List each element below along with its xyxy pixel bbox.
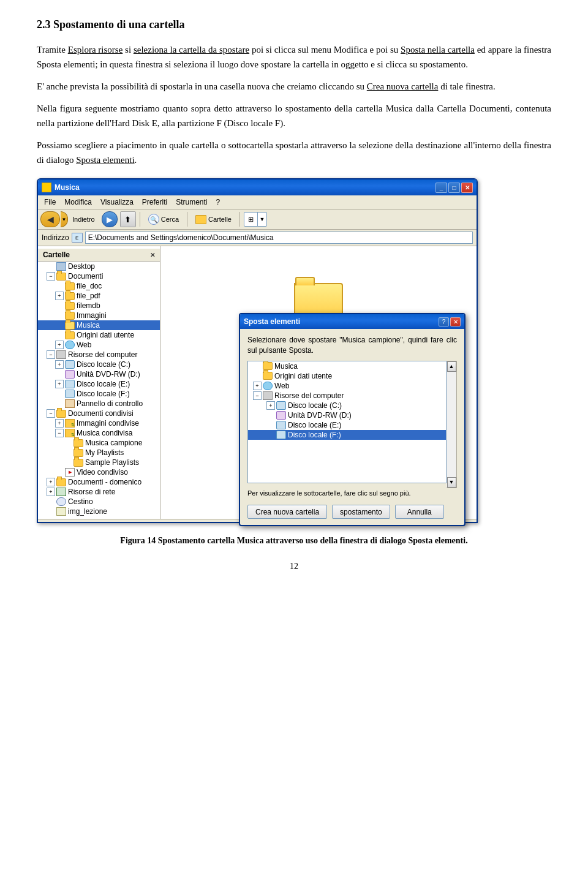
folder-icon-filedoc [65, 282, 75, 290]
up-button[interactable]: ⬆ [120, 211, 136, 227]
globe-icon-web [65, 341, 75, 349]
tree-item-disco-c[interactable]: + Disco locale (C:) [38, 360, 160, 369]
tree-item-risorse-computer[interactable]: − Risorse del computer [38, 350, 160, 360]
folder-open-icon-documenti [56, 273, 66, 281]
scroll-down-button[interactable]: ▼ [447, 477, 456, 488]
tree-expand[interactable]: + [253, 382, 262, 390]
tree-expand-documenti[interactable]: − [47, 272, 55, 281]
move-button[interactable]: spostamento [332, 505, 390, 519]
folders-button[interactable]: Cartelle [191, 213, 236, 226]
tree-item-video-condiviso[interactable]: ▶ Video condiviso [38, 467, 160, 477]
tree-item-pannello[interactable]: Pannello di controllo [38, 399, 160, 409]
dialog-tree-dvd-d[interactable]: Unità DVD-RW (D:) [248, 410, 446, 420]
dialog-tree-web[interactable]: + Web [248, 381, 446, 391]
tree-expand-imm-cond[interactable]: + [55, 419, 64, 428]
tree-item-dvd-d[interactable]: Unità DVD-RW (D:) [38, 369, 160, 379]
maximize-button[interactable]: □ [448, 183, 460, 193]
menu-visualizza[interactable]: Visualizza [97, 197, 137, 208]
tree-item-filemdb[interactable]: filemdb [38, 301, 160, 311]
tree-item-web[interactable]: + Web [38, 340, 160, 350]
tree-item-risorse-rete[interactable]: + Risorse di rete [38, 487, 160, 497]
dialog-tree-label: Disco locale (C:) [288, 401, 342, 410]
tree-label-musica-condivisa: Musica condivisa [77, 429, 132, 437]
dialog-tree[interactable]: Musica Origini dati utente + Web − [247, 361, 447, 483]
dialog-tree-label: Disco locale (E:) [288, 421, 341, 429]
menu-preferiti[interactable]: Preferiti [138, 197, 171, 208]
dialog-description: Selezionare dove spostare "Musica campio… [247, 335, 457, 356]
tree-item-documenti-condivisi[interactable]: − Documenti condivisi [38, 409, 160, 418]
view-dropdown[interactable]: ▼ [258, 213, 266, 226]
view-icons-button[interactable]: ⊞ [244, 213, 258, 226]
disk-icon [276, 431, 286, 439]
tree-label-disco-f: Disco locale (F:) [77, 390, 130, 398]
menu-file[interactable]: File [40, 197, 59, 208]
tree-expand-condivisi[interactable]: − [47, 409, 55, 418]
menu-strumenti[interactable]: Strumenti [172, 197, 211, 208]
close-button[interactable]: ✕ [461, 183, 473, 193]
dialog-tree-disco-e[interactable]: Disco locale (E:) [248, 420, 446, 430]
tree-item-img-lezione[interactable]: img_lezione [38, 507, 160, 516]
dialog-tree-musica[interactable]: Musica [248, 361, 446, 371]
forward-button[interactable]: ▶ [102, 211, 118, 227]
tree-item-cestino[interactable]: Cestino [38, 497, 160, 507]
tree-item-disco-f[interactable]: Disco locale (F:) [38, 389, 160, 399]
dialog-scrollbar: ▲ ▼ [447, 361, 457, 488]
tree-expand[interactable]: + [266, 401, 275, 410]
paragraph-4: Possiamo scegliere a piacimento in quale… [37, 138, 551, 167]
tree-item-disco-e[interactable]: + Disco locale (E:) [38, 379, 160, 389]
tree-item-file-doc[interactable]: file_doc [38, 281, 160, 291]
menu-modifica[interactable]: Modifica [61, 197, 96, 208]
tree-item-origini[interactable]: Origini dati utente [38, 330, 160, 340]
dialog-close-button[interactable]: ✕ [450, 317, 461, 326]
tree-expand-risorse-rete[interactable]: + [47, 488, 55, 496]
tree-expand-mus-cond[interactable]: − [55, 429, 64, 437]
menu-help[interactable]: ? [213, 197, 224, 208]
tree-item-documenti[interactable]: − Documenti [38, 271, 160, 281]
dvd-icon [276, 411, 286, 420]
figure-caption: Figura 14 Spostamento cartella Musica at… [37, 534, 551, 548]
tree-item-sample-playlists[interactable]: Sample Playlists [38, 458, 160, 467]
tree-label-origini: Origini dati utente [77, 331, 134, 339]
tree-expand-disco-e[interactable]: + [55, 380, 64, 388]
dvd-icon-d [65, 370, 75, 379]
tree-label-disco-e: Disco locale (E:) [77, 380, 130, 388]
minimize-button[interactable]: _ [435, 183, 447, 193]
tree-item-my-playlists[interactable]: My Playlists [38, 448, 160, 458]
back-dropdown[interactable]: ▼ [61, 211, 68, 227]
disk-icon-c [65, 360, 75, 369]
folder-icon [263, 372, 273, 380]
sidebar-header: Cartelle ✕ [38, 249, 160, 262]
sidebar-close-button[interactable]: ✕ [150, 252, 155, 258]
tree-item-documenti-domenico[interactable]: + Documenti - domenico [38, 477, 160, 487]
tree-item-musica-condivisa[interactable]: − Musica condivisa [38, 428, 160, 438]
create-folder-button[interactable]: Crea nuova cartella [247, 505, 327, 519]
dialog-tree-disco-c[interactable]: + Disco locale (C:) [248, 401, 446, 410]
tree-item-musica[interactable]: Musica [38, 320, 160, 330]
tree-item-immagini[interactable]: Immagini [38, 311, 160, 320]
dialog-tree-disco-f[interactable]: Disco locale (F:) [248, 430, 446, 440]
computer-icon-risorse [56, 350, 66, 359]
dialog-help-button[interactable]: ? [439, 317, 449, 326]
tree-expand-documenti-domenico[interactable]: + [47, 478, 55, 486]
tree-expand-filepdf[interactable]: + [55, 292, 64, 300]
dialog-tree-origini[interactable]: Origini dati utente [248, 371, 446, 381]
folder-icon-domenico [56, 478, 66, 486]
tree-expand-disco-c[interactable]: + [55, 360, 64, 369]
scroll-up-button[interactable]: ▲ [447, 361, 456, 372]
tree-expand-risorse[interactable]: − [47, 350, 55, 359]
tree-item-file-pdf[interactable]: + file_pdf [38, 291, 160, 301]
address-drive-icon: E [72, 233, 83, 243]
tree-expand[interactable]: − [253, 391, 262, 400]
tree-item-desktop[interactable]: Desktop [38, 262, 160, 271]
cancel-button[interactable]: Annulla [395, 505, 444, 519]
dialog-tree-risorse-computer[interactable]: − Risorse del computer [248, 391, 446, 401]
tree-item-immagini-condivise[interactable]: + Immagini condivise [38, 418, 160, 428]
address-input[interactable] [85, 232, 473, 244]
back-button[interactable]: ◀ [40, 211, 60, 227]
search-button[interactable]: 🔍 Cerca [144, 212, 183, 227]
tree-item-musica-campione[interactable]: Musica campione [38, 438, 160, 448]
dialog-tree-container: Musica Origini dati utente + Web − [247, 361, 457, 488]
tree-label: Desktop [68, 262, 95, 271]
tree-label-risorse-rete: Risorse di rete [68, 488, 115, 496]
tree-expand-web[interactable]: + [55, 341, 64, 349]
